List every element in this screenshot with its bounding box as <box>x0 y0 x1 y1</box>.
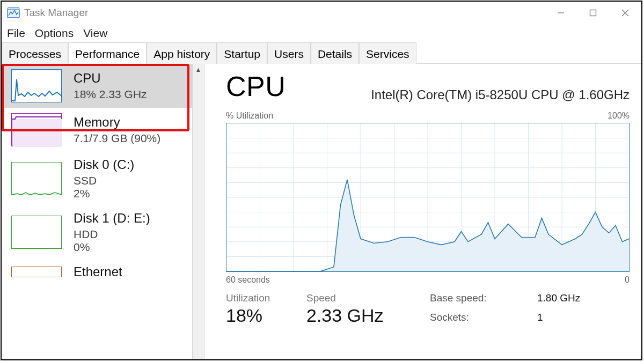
ethernet-thumb-icon <box>11 267 62 277</box>
menu-options[interactable]: Options <box>35 27 74 40</box>
svg-rect-1 <box>8 8 19 10</box>
disk1-thumb-icon <box>11 216 62 249</box>
base-speed-value: 1.80 GHz <box>537 292 580 307</box>
tab-startup[interactable]: Startup <box>217 42 267 64</box>
sidebar-item-label: Disk 1 (D: E:) <box>74 211 150 226</box>
sidebar: CPU 18% 2.33 GHz Memory 7.1/7.9 GB <box>2 64 192 359</box>
tab-performance[interactable]: Performance <box>68 42 147 64</box>
tab-users[interactable]: Users <box>267 42 311 64</box>
axis-bottom-right: 0 <box>625 275 630 285</box>
titlebar: Task Manager <box>2 2 641 24</box>
close-button[interactable] <box>609 2 641 24</box>
menu-view[interactable]: View <box>83 27 107 40</box>
sidebar-item-sub: HDD 0% <box>74 228 150 254</box>
sidebar-item-cpu[interactable]: CPU 18% 2.33 GHz <box>2 64 192 108</box>
sidebar-item-memory[interactable]: Memory 7.1/7.9 GB (90%) <box>2 108 192 152</box>
sidebar-item-label: Disk 0 (C:) <box>74 157 134 172</box>
sidebar-item-ethernet[interactable]: Ethernet <box>2 259 192 285</box>
sockets-label: Sockets: <box>430 312 537 327</box>
tab-processes[interactable]: Processes <box>2 42 68 64</box>
app-icon <box>6 5 21 20</box>
svg-rect-3 <box>590 10 596 16</box>
panel-title: CPU <box>226 70 286 102</box>
utilization-value: 18% <box>226 305 306 326</box>
sockets-value: 1 <box>537 312 580 327</box>
tab-details[interactable]: Details <box>311 42 359 64</box>
tab-services[interactable]: Services <box>359 42 416 64</box>
main-panel: CPU Intel(R) Core(TM) i5-8250U CPU @ 1.6… <box>204 64 641 359</box>
sidebar-item-sub: 18% 2.33 GHz <box>74 88 147 101</box>
window-title: Task Manager <box>24 7 88 19</box>
speed-value: 2.33 GHz <box>306 305 430 326</box>
axis-top-left: % Utilization <box>226 111 273 121</box>
task-manager-window: Task Manager File Options View Processes… <box>1 1 642 360</box>
scroll-up-icon[interactable]: ▲ <box>193 64 204 76</box>
disk0-thumb-icon <box>11 162 62 195</box>
sidebar-item-disk1[interactable]: Disk 1 (D: E:) HDD 0% <box>2 205 192 259</box>
menu-file[interactable]: File <box>7 27 25 40</box>
minimize-button[interactable] <box>545 2 577 24</box>
speed-label: Speed <box>306 292 430 304</box>
axis-top-right: 100% <box>608 111 630 121</box>
sidebar-item-sub: 7.1/7.9 GB (90%) <box>74 132 160 145</box>
sidebar-item-label: Ethernet <box>74 264 122 279</box>
axis-bottom-left: 60 seconds <box>226 275 270 285</box>
tabs: Processes Performance App history Startu… <box>2 42 641 64</box>
tab-app-history[interactable]: App history <box>147 42 217 64</box>
memory-thumb-icon <box>11 113 62 146</box>
body: CPU 18% 2.33 GHz Memory 7.1/7.9 GB <box>2 64 641 359</box>
sidebar-item-sub: SSD 2% <box>74 174 134 200</box>
sidebar-item-disk0[interactable]: Disk 0 (C:) SSD 2% <box>2 152 192 205</box>
sidebar-item-label: Memory <box>74 115 160 130</box>
svg-rect-6 <box>12 119 62 147</box>
cpu-thumb-icon <box>11 69 62 102</box>
utilization-label: Utilization <box>226 292 306 304</box>
cpu-utilization-chart <box>226 123 630 272</box>
maximize-button[interactable] <box>577 2 609 24</box>
sidebar-item-label: CPU <box>74 71 147 86</box>
cpu-model: Intel(R) Core(TM) i5-8250U CPU @ 1.60GHz <box>371 87 630 102</box>
sidebar-wrap: CPU 18% 2.33 GHz Memory 7.1/7.9 GB <box>2 64 204 359</box>
base-speed-label: Base speed: <box>430 292 537 307</box>
menubar: File Options View <box>2 24 641 42</box>
sidebar-scrollbar[interactable]: ▲ <box>192 64 204 359</box>
